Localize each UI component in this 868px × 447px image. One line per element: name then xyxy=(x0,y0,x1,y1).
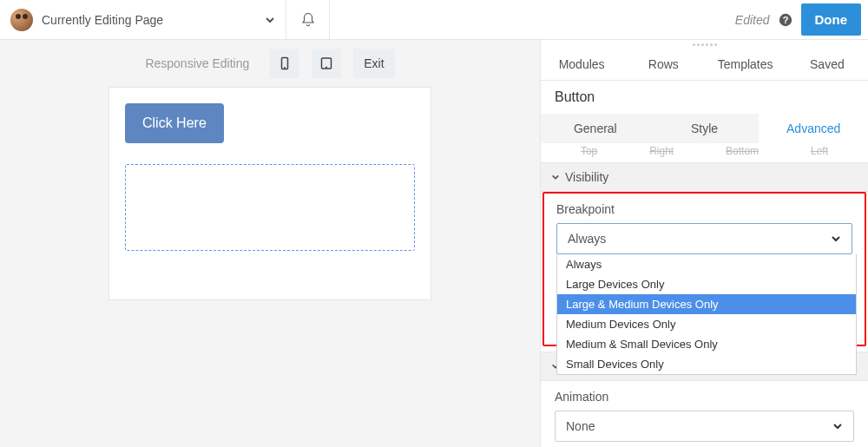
click-here-button[interactable]: Click Here xyxy=(125,103,224,143)
settings-panel: Modules Rows Templates Saved Button Gene… xyxy=(540,40,868,447)
option-medium[interactable]: Medium Devices Only xyxy=(557,314,856,334)
beaver-logo xyxy=(10,9,33,31)
dropzone[interactable] xyxy=(125,164,415,251)
tablet-view-button[interactable] xyxy=(312,49,341,78)
breakpoint-options: Always Large Devices Only Large & Medium… xyxy=(556,254,857,375)
spacing-right: Right xyxy=(649,145,674,157)
animation-field: Animation None xyxy=(541,381,868,447)
section-visibility[interactable]: Visibility xyxy=(541,162,868,192)
animation-label: Animation xyxy=(555,390,854,404)
spacing-top: Top xyxy=(581,145,597,157)
responsive-label: Responsive Editing xyxy=(145,56,249,70)
option-always[interactable]: Always xyxy=(557,254,856,274)
phone-view-button[interactable] xyxy=(270,49,299,78)
option-large-medium[interactable]: Large & Medium Devices Only xyxy=(557,294,856,314)
tab-saved[interactable]: Saved xyxy=(786,57,868,71)
spacing-left: Left xyxy=(811,145,828,157)
top-bar: Currently Editing Page Edited ? Done xyxy=(0,0,868,40)
spacing-bottom: Bottom xyxy=(726,145,759,157)
chevron-down-icon xyxy=(551,173,560,181)
chevron-down-icon xyxy=(832,421,843,431)
tablet-icon xyxy=(319,56,333,70)
breakpoint-highlight: Breakpoint Always Always Large Devices O… xyxy=(542,192,866,346)
svg-text:?: ? xyxy=(782,15,788,25)
tab-modules[interactable]: Modules xyxy=(541,57,622,71)
canvas-area: Responsive Editing Exit Click Here xyxy=(0,40,540,447)
animation-value: None xyxy=(566,419,595,433)
main-area: Responsive Editing Exit Click Here Modul… xyxy=(0,40,868,447)
drag-handle[interactable] xyxy=(541,40,868,49)
breakpoint-label: Breakpoint xyxy=(556,202,852,216)
topbar-right: Edited ? Done xyxy=(735,0,868,39)
help-icon[interactable]: ? xyxy=(779,13,792,27)
option-large[interactable]: Large Devices Only xyxy=(557,274,856,294)
chevron-down-icon xyxy=(831,233,841,244)
spacing-remnant: Top Right Bottom Left xyxy=(541,143,868,162)
subtab-advanced[interactable]: Advanced xyxy=(759,114,868,143)
option-medium-small[interactable]: Medium & Small Devices Only xyxy=(557,334,856,354)
notifications-button[interactable] xyxy=(286,0,330,39)
breakpoint-select[interactable]: Always xyxy=(556,223,852,254)
section-visibility-label: Visibility xyxy=(565,170,608,184)
canvas-card: Click Here xyxy=(108,87,431,300)
page-title: Currently Editing Page xyxy=(42,13,256,27)
panel-tabs: Modules Rows Templates Saved xyxy=(541,49,868,81)
responsive-toolbar: Responsive Editing Exit xyxy=(0,40,540,87)
subtab-style[interactable]: Style xyxy=(650,114,760,143)
phone-icon xyxy=(278,56,292,70)
chevron-down-icon xyxy=(265,15,275,25)
animation-select[interactable]: None xyxy=(555,411,854,442)
settings-title: Button xyxy=(541,81,868,114)
bell-icon xyxy=(300,12,316,28)
done-button[interactable]: Done xyxy=(801,3,862,36)
breakpoint-value: Always xyxy=(568,232,606,246)
page-selector[interactable]: Currently Editing Page xyxy=(0,0,286,39)
tab-templates[interactable]: Templates xyxy=(705,57,786,71)
option-small[interactable]: Small Devices Only xyxy=(557,354,856,374)
subtabs: General Style Advanced xyxy=(541,114,868,143)
edited-status: Edited xyxy=(735,13,770,27)
tab-rows[interactable]: Rows xyxy=(622,57,704,71)
subtab-general[interactable]: General xyxy=(541,114,650,143)
exit-responsive-button[interactable]: Exit xyxy=(353,49,394,78)
